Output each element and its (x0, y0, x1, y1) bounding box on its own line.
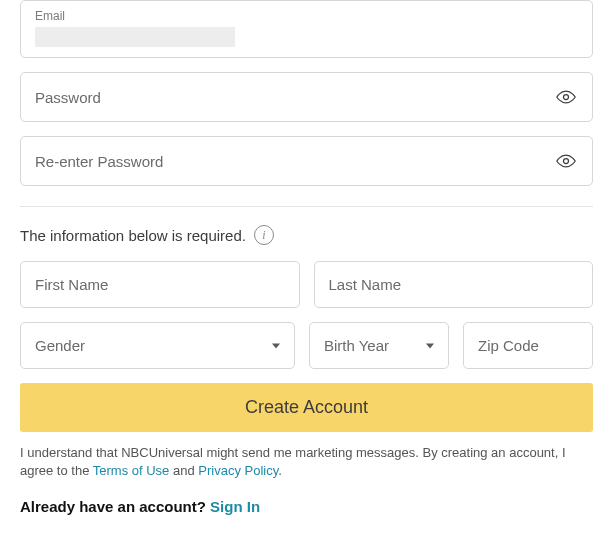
info-icon[interactable]: i (254, 225, 274, 245)
reenter-password-input[interactable] (35, 153, 554, 170)
create-account-button[interactable]: Create Account (20, 383, 593, 432)
first-name-field[interactable] (20, 261, 300, 308)
toggle-password-visibility[interactable] (554, 87, 578, 107)
zip-field[interactable] (463, 322, 593, 369)
required-info-row: The information below is required. i (20, 225, 593, 245)
email-field[interactable]: Email (20, 0, 593, 58)
svg-point-0 (564, 95, 569, 100)
divider (20, 206, 593, 207)
birth-year-select[interactable]: Birth Year (309, 322, 449, 369)
reenter-password-field[interactable] (20, 136, 593, 186)
email-label: Email (35, 9, 578, 23)
signin-prompt: Already have an account? Sign In (20, 498, 593, 515)
eye-icon (556, 151, 576, 171)
gender-select[interactable]: Gender (20, 322, 295, 369)
birth-year-placeholder: Birth Year (324, 337, 389, 354)
last-name-field[interactable] (314, 261, 594, 308)
required-info-text: The information below is required. (20, 227, 246, 244)
last-name-input[interactable] (329, 276, 579, 293)
disclaimer-text: I understand that NBCUniversal might sen… (20, 444, 593, 480)
privacy-policy-link[interactable]: Privacy Policy (198, 463, 278, 478)
email-value[interactable] (35, 27, 235, 47)
password-field[interactable] (20, 72, 593, 122)
zip-input[interactable] (478, 337, 578, 354)
password-input[interactable] (35, 89, 554, 106)
svg-point-1 (564, 159, 569, 164)
terms-of-use-link[interactable]: Terms of Use (93, 463, 170, 478)
chevron-down-icon (426, 343, 434, 348)
first-name-input[interactable] (35, 276, 285, 293)
eye-icon (556, 87, 576, 107)
gender-placeholder: Gender (35, 337, 85, 354)
sign-in-link[interactable]: Sign In (210, 498, 260, 515)
toggle-reenter-visibility[interactable] (554, 151, 578, 171)
chevron-down-icon (272, 343, 280, 348)
